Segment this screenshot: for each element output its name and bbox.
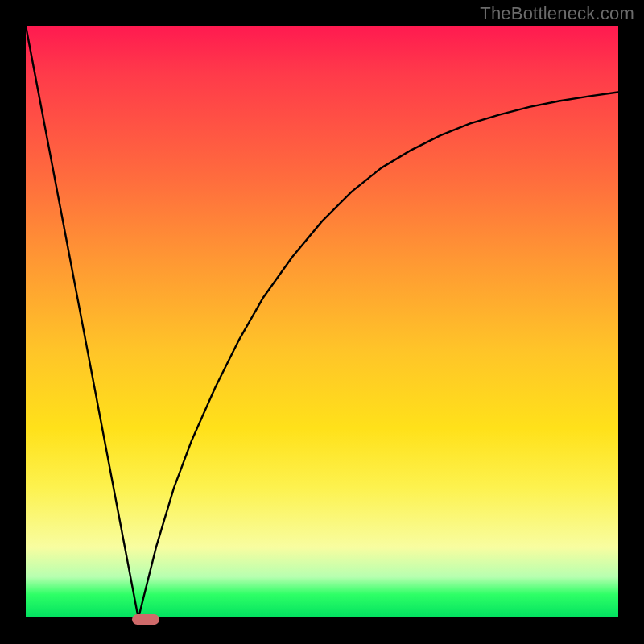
curve-path bbox=[26, 26, 618, 618]
x-axis bbox=[26, 617, 618, 620]
minimum-marker bbox=[132, 614, 159, 625]
watermark-text: TheBottleneck.com bbox=[480, 3, 634, 24]
bottleneck-curve bbox=[26, 26, 618, 618]
chart-frame: TheBottleneck.com bbox=[0, 0, 644, 644]
